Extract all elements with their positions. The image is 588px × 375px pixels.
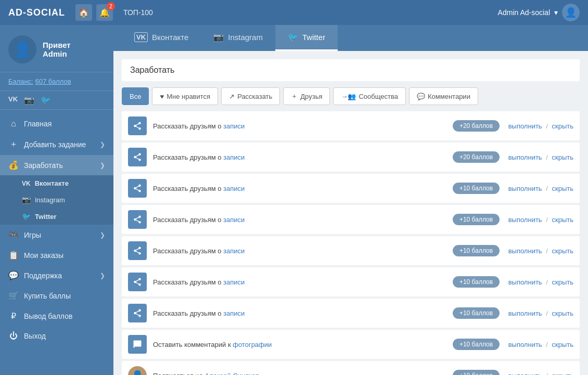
- task-actions: выполнить / скрыть: [506, 153, 573, 161]
- task-badge: +10 баллов: [453, 339, 500, 350]
- filter-share[interactable]: ↗ Рассказать: [221, 87, 280, 105]
- profile-info: Привет Admin: [43, 41, 71, 58]
- task-link[interactable]: записи: [223, 185, 245, 192]
- task-hide-button[interactable]: скрыть: [552, 372, 574, 376]
- filter-likes[interactable]: ♥ Мне нравится: [152, 87, 218, 105]
- sidebar: 👤 Привет Admin Баланс: 607 баллов VK 📷 🐦…: [0, 25, 113, 375]
- action-separator: /: [546, 278, 549, 286]
- task-hide-button[interactable]: скрыть: [552, 216, 574, 224]
- section-title: Заработать: [122, 59, 580, 81]
- layout: 👤 Привет Admin Баланс: 607 баллов VK 📷 🐦…: [0, 25, 588, 375]
- sidebar-item-logout[interactable]: ⏻ Выход: [0, 326, 113, 346]
- task-link[interactable]: фотографии: [233, 341, 272, 348]
- sidebar-item-twitter-label: Twitter: [35, 213, 57, 221]
- filter-communities[interactable]: →👥 Сообщества: [333, 87, 406, 105]
- task-actions: выполнить / скрыть: [506, 278, 573, 286]
- task-actions: выполнить / скрыть: [506, 185, 573, 192]
- action-separator: /: [546, 309, 549, 317]
- task-hide-button[interactable]: скрыть: [552, 247, 574, 255]
- task-hide-button[interactable]: скрыть: [552, 153, 574, 161]
- task-list: Рассказать друзьям о записи +20 баллов в…: [122, 111, 580, 375]
- balance-value[interactable]: 607 баллов: [35, 77, 71, 85]
- task-link[interactable]: записи: [223, 278, 245, 286]
- task-execute-button[interactable]: выполнить: [508, 185, 542, 192]
- admin-menu[interactable]: Admin Ad-social ▾ 👤: [498, 4, 580, 21]
- earn-arrow-icon: ❯: [100, 162, 105, 169]
- sidebar-item-buy-points[interactable]: 🛒 Купить баллы: [0, 286, 113, 306]
- task-execute-button[interactable]: выполнить: [508, 341, 542, 348]
- sidebar-item-instagram[interactable]: 📷 Instagram: [0, 191, 113, 208]
- task-execute-button[interactable]: выполнить: [508, 216, 542, 224]
- vk-social-icon[interactable]: VK: [8, 95, 18, 105]
- support-icon: 💬: [8, 270, 19, 280]
- task-hide-button[interactable]: скрыть: [552, 278, 574, 286]
- tabs-bar: VK Вконтакте 📷 Instagram 🐦 Twitter: [113, 25, 588, 51]
- sidebar-item-add-task[interactable]: ＋ Добавить задание ❯: [0, 134, 113, 155]
- tab-vkontakte-label: Вконтакте: [152, 33, 188, 42]
- task-hide-button[interactable]: скрыть: [552, 185, 574, 192]
- balance-label: Баланс:: [8, 77, 33, 85]
- task-actions: выполнить / скрыть: [506, 122, 573, 130]
- task-hide-button[interactable]: скрыть: [552, 309, 574, 317]
- task-execute-button[interactable]: выполнить: [508, 278, 542, 286]
- task-link[interactable]: записи: [223, 247, 245, 255]
- sidebar-item-my-orders[interactable]: 📋 Мои заказы: [0, 245, 113, 265]
- sidebar-item-games[interactable]: 🎮 Игры ❯: [0, 225, 113, 245]
- tab-vkontakte[interactable]: VK Вконтакте: [122, 25, 201, 51]
- support-arrow-icon: ❯: [100, 272, 105, 279]
- task-link[interactable]: записи: [223, 216, 245, 224]
- filter-comments[interactable]: 💬 Комментарии: [409, 87, 478, 105]
- home-menu-icon: ⌂: [8, 119, 19, 128]
- filter-comments-label: Комментарии: [428, 93, 470, 100]
- task-link[interactable]: записи: [223, 309, 245, 317]
- sidebar-item-earn[interactable]: 💰 Заработать ❯: [0, 155, 113, 175]
- task-actions: выполнить / скрыть: [506, 309, 573, 317]
- sidebar-item-vkontakte[interactable]: VK Вконтакте: [0, 175, 113, 191]
- task-link[interactable]: Алексей Синяков: [205, 372, 260, 376]
- filter-bar: Все ♥ Мне нравится ↗ Рассказать ＋ Друзья…: [122, 87, 580, 105]
- task-hide-button[interactable]: скрыть: [552, 341, 574, 348]
- action-separator: /: [546, 122, 549, 130]
- admin-arrow-icon: ▾: [554, 8, 558, 17]
- task-actions: выполнить / скрыть: [506, 216, 573, 224]
- topnav: AD-SOCIAL 🏠 🔔 2 ТОП-100 Admin Ad-social …: [0, 0, 588, 25]
- twitter-social-icon[interactable]: 🐦: [41, 95, 51, 105]
- admin-avatar[interactable]: 👤: [562, 4, 580, 21]
- tab-instagram[interactable]: 📷 Instagram: [201, 25, 275, 51]
- task-row: Рассказать друзьям о записи +10 баллов в…: [122, 174, 580, 203]
- sidebar-item-games-label: Игры: [24, 231, 41, 239]
- task-execute-button[interactable]: выполнить: [508, 309, 542, 317]
- notifications-button[interactable]: 🔔 2: [96, 4, 113, 21]
- task-description: Оставить комментарий к фотографии: [153, 341, 446, 348]
- sidebar-item-withdraw[interactable]: ₽ Вывод баллов: [0, 306, 113, 326]
- sidebar-menu: ⌂ Главная ＋ Добавить задание ❯ 💰 Заработ…: [0, 110, 113, 350]
- sidebar-item-home[interactable]: ⌂ Главная: [0, 114, 113, 134]
- sidebar-item-support[interactable]: 💬 Поддержка ❯: [0, 265, 113, 286]
- sidebar-profile: 👤 Привет Admin: [0, 25, 113, 72]
- task-row: 👤 Подписаться на Алексей Синяков +10 бал…: [122, 361, 580, 375]
- task-execute-button[interactable]: выполнить: [508, 122, 542, 130]
- action-separator: /: [546, 341, 549, 348]
- task-share-icon: [128, 148, 147, 166]
- tab-twitter[interactable]: 🐦 Twitter: [275, 25, 338, 51]
- comments-icon: 💬: [417, 93, 425, 100]
- top-label: ТОП-100: [123, 8, 153, 17]
- filter-friends[interactable]: ＋ Друзья: [283, 87, 330, 105]
- main-content: VK Вконтакте 📷 Instagram 🐦 Twitter Зараб…: [113, 25, 588, 375]
- avatar-placeholder-icon: 👤: [14, 41, 32, 58]
- instagram-social-icon[interactable]: 📷: [24, 95, 34, 105]
- task-badge: +10 баллов: [453, 276, 500, 288]
- task-execute-button[interactable]: выполнить: [508, 372, 542, 376]
- sidebar-item-twitter[interactable]: 🐦 Twitter: [0, 208, 113, 225]
- task-link[interactable]: записи: [223, 122, 245, 130]
- home-button[interactable]: 🏠: [75, 4, 92, 21]
- task-hide-button[interactable]: скрыть: [552, 122, 574, 130]
- tab-twitter-label: Twitter: [302, 33, 325, 42]
- task-description: Рассказать друзьям о записи: [153, 122, 446, 130]
- task-execute-button[interactable]: выполнить: [508, 153, 542, 161]
- sidebar-item-instagram-label: Instagram: [35, 196, 65, 204]
- task-link[interactable]: записи: [223, 153, 245, 161]
- filter-all[interactable]: Все: [122, 87, 149, 105]
- sidebar-balance: Баланс: 607 баллов: [0, 72, 113, 91]
- task-execute-button[interactable]: выполнить: [508, 247, 542, 255]
